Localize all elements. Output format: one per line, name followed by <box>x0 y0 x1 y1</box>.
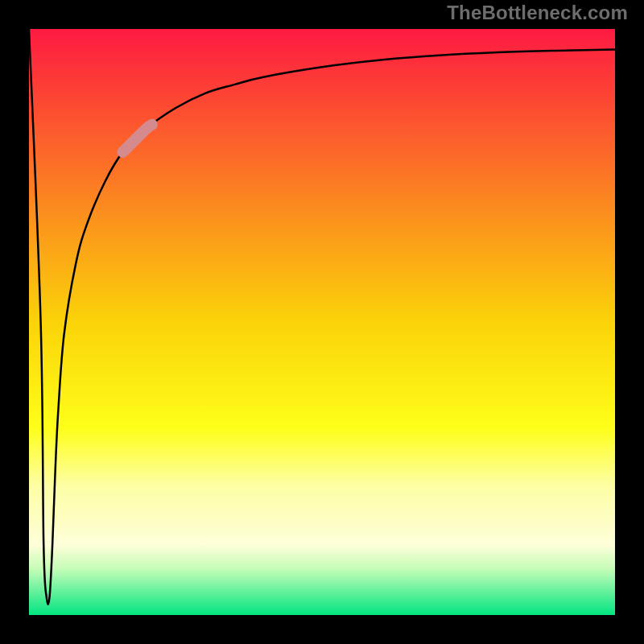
plot-gradient-background <box>29 29 615 615</box>
watermark-text: TheBottleneck.com <box>447 2 628 24</box>
bottleneck-curve-plot <box>0 0 644 644</box>
